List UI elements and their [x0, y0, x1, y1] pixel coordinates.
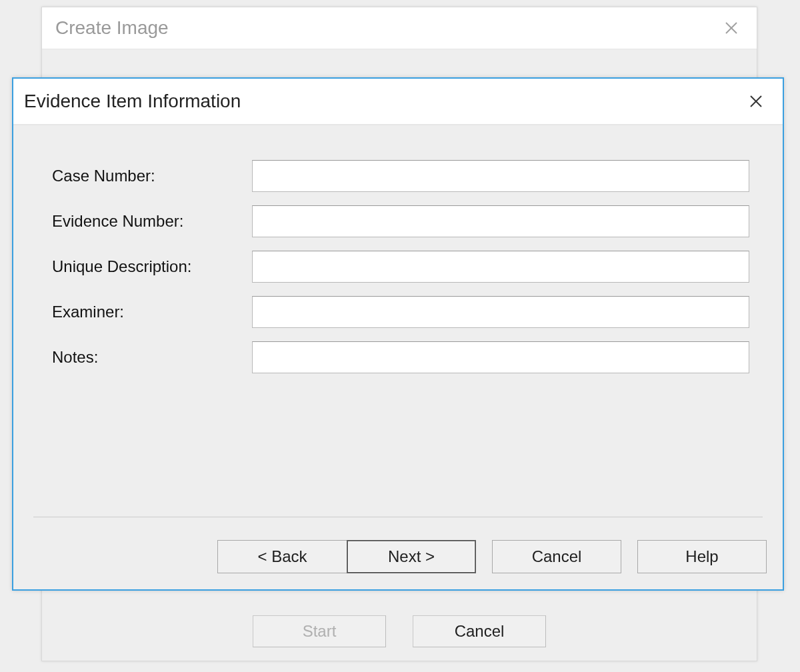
examiner-input[interactable]	[252, 296, 749, 328]
examiner-label: Examiner:	[52, 303, 252, 321]
close-icon[interactable]	[718, 15, 745, 41]
unique-description-row: Unique Description:	[52, 249, 749, 284]
examiner-row: Examiner:	[52, 295, 749, 329]
case-number-row: Case Number:	[52, 159, 749, 193]
evidence-number-row: Evidence Number:	[52, 204, 749, 239]
close-icon[interactable]	[743, 88, 769, 115]
unique-description-input[interactable]	[252, 251, 749, 283]
wizard-button-row: < Back Next > Cancel Help	[217, 540, 767, 573]
create-image-titlebar: Create Image	[42, 7, 757, 49]
notes-input[interactable]	[252, 341, 749, 373]
evidence-dialog-titlebar: Evidence Item Information	[13, 79, 783, 125]
evidence-item-information-dialog: Evidence Item Information Case Number: E…	[12, 77, 784, 591]
start-button: Start	[253, 615, 386, 647]
case-number-label: Case Number:	[52, 167, 252, 185]
next-button[interactable]: Next >	[347, 540, 476, 573]
evidence-number-input[interactable]	[252, 205, 749, 237]
nav-button-group: < Back Next >	[217, 540, 476, 573]
evidence-number-label: Evidence Number:	[52, 212, 252, 231]
back-button[interactable]: < Back	[217, 540, 347, 573]
notes-row: Notes:	[52, 340, 749, 375]
unique-description-label: Unique Description:	[52, 257, 252, 276]
create-image-title: Create Image	[55, 17, 169, 39]
evidence-form: Case Number: Evidence Number: Unique Des…	[13, 125, 783, 375]
help-button[interactable]: Help	[637, 540, 767, 573]
evidence-dialog-title: Evidence Item Information	[24, 91, 241, 112]
cancel-button[interactable]: Cancel	[413, 615, 546, 647]
cancel-button[interactable]: Cancel	[492, 540, 621, 573]
notes-label: Notes:	[52, 348, 252, 367]
case-number-input[interactable]	[252, 160, 749, 192]
separator	[33, 517, 763, 517]
create-image-button-row: Start Cancel	[42, 615, 757, 647]
